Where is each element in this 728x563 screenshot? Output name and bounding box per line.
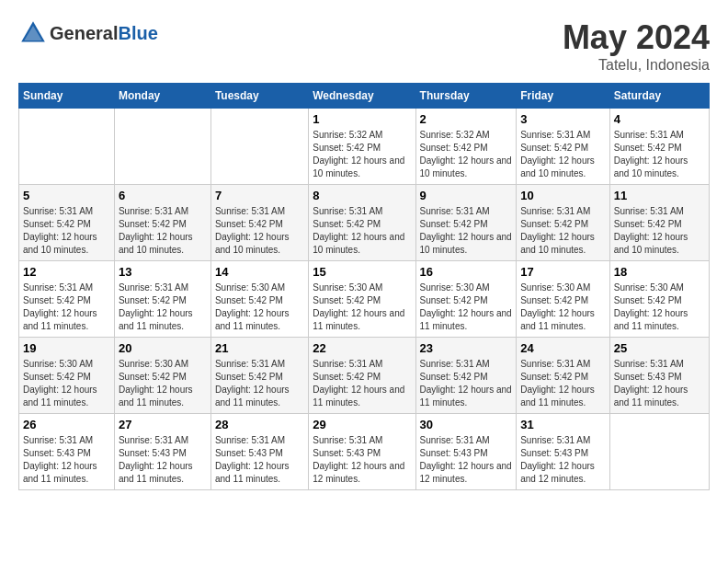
- logo: GeneralBlue: [18, 18, 158, 48]
- day-number: 13: [119, 265, 207, 279]
- day-number: 19: [23, 341, 110, 355]
- page-header: GeneralBlue May 2024 Tatelu, Indonesia: [18, 18, 710, 74]
- day-number: 2: [420, 112, 513, 126]
- day-number: 30: [420, 418, 513, 431]
- day-number: 6: [119, 189, 207, 202]
- header-sunday: Sunday: [19, 84, 115, 109]
- day-info: Sunrise: 5:30 AM Sunset: 5:42 PM Dayligh…: [215, 282, 304, 333]
- table-row: 30Sunrise: 5:31 AM Sunset: 5:43 PM Dayli…: [415, 414, 517, 490]
- table-row: [210, 109, 308, 185]
- table-row: 17Sunrise: 5:30 AM Sunset: 5:42 PM Dayli…: [517, 261, 610, 338]
- day-info: Sunrise: 5:31 AM Sunset: 5:42 PM Dayligh…: [313, 358, 411, 409]
- day-info: Sunrise: 5:30 AM Sunset: 5:42 PM Dayligh…: [520, 282, 606, 333]
- table-row: 11Sunrise: 5:31 AM Sunset: 5:42 PM Dayli…: [609, 185, 709, 261]
- day-number: 14: [215, 265, 304, 279]
- table-row: 8Sunrise: 5:31 AM Sunset: 5:42 PM Daylig…: [309, 185, 415, 261]
- logo-text-general: General: [50, 23, 118, 43]
- day-info: Sunrise: 5:31 AM Sunset: 5:43 PM Dayligh…: [614, 358, 705, 409]
- header-monday: Monday: [114, 84, 210, 109]
- title-block: May 2024 Tatelu, Indonesia: [563, 18, 710, 74]
- day-number: 9: [420, 189, 513, 202]
- day-number: 29: [313, 418, 411, 431]
- calendar-table: Sunday Monday Tuesday Wednesday Thursday…: [18, 83, 710, 490]
- day-info: Sunrise: 5:31 AM Sunset: 5:42 PM Dayligh…: [420, 205, 513, 257]
- header-friday: Friday: [517, 84, 610, 109]
- calendar-week-row: 19Sunrise: 5:30 AM Sunset: 5:42 PM Dayli…: [19, 338, 710, 414]
- table-row: 28Sunrise: 5:31 AM Sunset: 5:43 PM Dayli…: [210, 414, 308, 490]
- table-row: 24Sunrise: 5:31 AM Sunset: 5:42 PM Dayli…: [517, 338, 610, 414]
- day-info: Sunrise: 5:31 AM Sunset: 5:42 PM Dayligh…: [215, 358, 304, 409]
- day-info: Sunrise: 5:31 AM Sunset: 5:42 PM Dayligh…: [520, 205, 606, 257]
- day-info: Sunrise: 5:31 AM Sunset: 5:43 PM Dayligh…: [119, 434, 207, 486]
- day-number: 26: [23, 418, 110, 431]
- table-row: 31Sunrise: 5:31 AM Sunset: 5:43 PM Dayli…: [517, 414, 610, 490]
- table-row: 12Sunrise: 5:31 AM Sunset: 5:42 PM Dayli…: [19, 261, 115, 338]
- day-info: Sunrise: 5:31 AM Sunset: 5:42 PM Dayligh…: [520, 129, 606, 180]
- table-row: 22Sunrise: 5:31 AM Sunset: 5:42 PM Dayli…: [309, 338, 415, 414]
- month-title: May 2024: [563, 18, 710, 57]
- location-title: Tatelu, Indonesia: [563, 57, 710, 74]
- header-thursday: Thursday: [415, 84, 517, 109]
- header-saturday: Saturday: [609, 84, 709, 109]
- day-number: 8: [313, 189, 411, 202]
- day-number: 15: [313, 265, 411, 279]
- table-row: 2Sunrise: 5:32 AM Sunset: 5:42 PM Daylig…: [415, 109, 517, 185]
- table-row: [609, 414, 709, 490]
- weekday-header-row: Sunday Monday Tuesday Wednesday Thursday…: [19, 84, 710, 109]
- day-number: 20: [119, 341, 207, 355]
- logo-icon: [18, 18, 48, 48]
- day-number: 23: [420, 341, 513, 355]
- day-info: Sunrise: 5:31 AM Sunset: 5:43 PM Dayligh…: [23, 434, 110, 486]
- day-number: 22: [313, 341, 411, 355]
- table-row: 29Sunrise: 5:31 AM Sunset: 5:43 PM Dayli…: [309, 414, 415, 490]
- table-row: 19Sunrise: 5:30 AM Sunset: 5:42 PM Dayli…: [19, 338, 115, 414]
- day-info: Sunrise: 5:31 AM Sunset: 5:42 PM Dayligh…: [23, 205, 110, 257]
- table-row: [19, 109, 115, 185]
- day-info: Sunrise: 5:31 AM Sunset: 5:42 PM Dayligh…: [614, 205, 705, 257]
- table-row: 16Sunrise: 5:30 AM Sunset: 5:42 PM Dayli…: [415, 261, 517, 338]
- day-info: Sunrise: 5:31 AM Sunset: 5:42 PM Dayligh…: [119, 282, 207, 333]
- day-info: Sunrise: 5:30 AM Sunset: 5:42 PM Dayligh…: [614, 282, 705, 333]
- calendar-week-row: 1Sunrise: 5:32 AM Sunset: 5:42 PM Daylig…: [19, 109, 710, 185]
- calendar-week-row: 12Sunrise: 5:31 AM Sunset: 5:42 PM Dayli…: [19, 261, 710, 338]
- day-number: 5: [23, 189, 110, 202]
- day-info: Sunrise: 5:31 AM Sunset: 5:43 PM Dayligh…: [520, 434, 606, 486]
- day-info: Sunrise: 5:30 AM Sunset: 5:42 PM Dayligh…: [23, 358, 110, 409]
- day-number: 21: [215, 341, 304, 355]
- table-row: 7Sunrise: 5:31 AM Sunset: 5:42 PM Daylig…: [210, 185, 308, 261]
- table-row: 1Sunrise: 5:32 AM Sunset: 5:42 PM Daylig…: [309, 109, 415, 185]
- logo-text-blue: Blue: [118, 23, 157, 43]
- day-number: 1: [313, 112, 411, 126]
- calendar-week-row: 26Sunrise: 5:31 AM Sunset: 5:43 PM Dayli…: [19, 414, 710, 490]
- table-row: 27Sunrise: 5:31 AM Sunset: 5:43 PM Dayli…: [114, 414, 210, 490]
- table-row: 9Sunrise: 5:31 AM Sunset: 5:42 PM Daylig…: [415, 185, 517, 261]
- table-row: 15Sunrise: 5:30 AM Sunset: 5:42 PM Dayli…: [309, 261, 415, 338]
- day-number: 11: [614, 189, 705, 202]
- day-info: Sunrise: 5:31 AM Sunset: 5:42 PM Dayligh…: [614, 129, 705, 180]
- day-info: Sunrise: 5:31 AM Sunset: 5:42 PM Dayligh…: [420, 358, 513, 409]
- day-info: Sunrise: 5:31 AM Sunset: 5:43 PM Dayligh…: [420, 434, 513, 486]
- table-row: 3Sunrise: 5:31 AM Sunset: 5:42 PM Daylig…: [517, 109, 610, 185]
- day-number: 12: [23, 265, 110, 279]
- day-info: Sunrise: 5:31 AM Sunset: 5:42 PM Dayligh…: [119, 205, 207, 257]
- table-row: 13Sunrise: 5:31 AM Sunset: 5:42 PM Dayli…: [114, 261, 210, 338]
- header-wednesday: Wednesday: [309, 84, 415, 109]
- table-row: 23Sunrise: 5:31 AM Sunset: 5:42 PM Dayli…: [415, 338, 517, 414]
- day-number: 27: [119, 418, 207, 431]
- table-row: 18Sunrise: 5:30 AM Sunset: 5:42 PM Dayli…: [609, 261, 709, 338]
- table-row: 21Sunrise: 5:31 AM Sunset: 5:42 PM Dayli…: [210, 338, 308, 414]
- day-number: 18: [614, 265, 705, 279]
- table-row: 10Sunrise: 5:31 AM Sunset: 5:42 PM Dayli…: [517, 185, 610, 261]
- calendar-week-row: 5Sunrise: 5:31 AM Sunset: 5:42 PM Daylig…: [19, 185, 710, 261]
- table-row: [114, 109, 210, 185]
- day-info: Sunrise: 5:30 AM Sunset: 5:42 PM Dayligh…: [313, 282, 411, 333]
- day-number: 7: [215, 189, 304, 202]
- day-info: Sunrise: 5:31 AM Sunset: 5:43 PM Dayligh…: [313, 434, 411, 486]
- day-info: Sunrise: 5:31 AM Sunset: 5:42 PM Dayligh…: [313, 205, 411, 257]
- day-info: Sunrise: 5:31 AM Sunset: 5:43 PM Dayligh…: [215, 434, 304, 486]
- day-number: 24: [520, 341, 606, 355]
- table-row: 4Sunrise: 5:31 AM Sunset: 5:42 PM Daylig…: [609, 109, 709, 185]
- day-number: 10: [520, 189, 606, 202]
- day-info: Sunrise: 5:30 AM Sunset: 5:42 PM Dayligh…: [119, 358, 207, 409]
- table-row: 25Sunrise: 5:31 AM Sunset: 5:43 PM Dayli…: [609, 338, 709, 414]
